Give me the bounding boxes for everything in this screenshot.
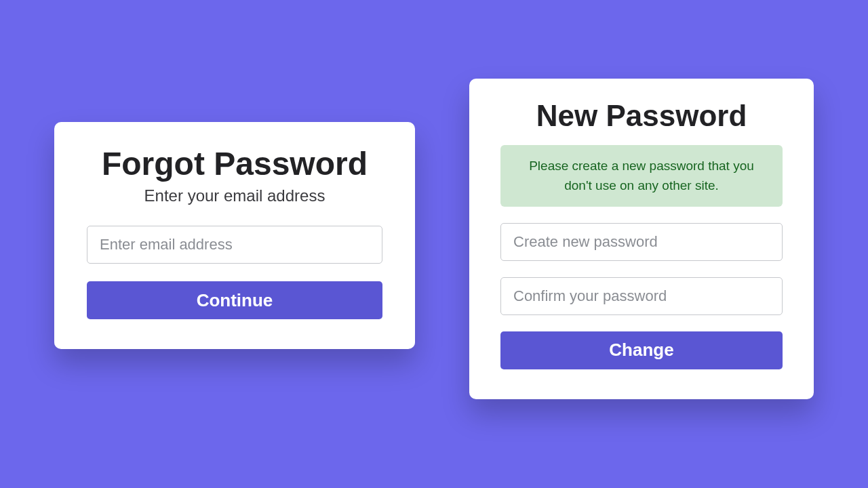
- forgot-password-card: Forgot Password Enter your email address…: [54, 122, 415, 349]
- confirm-password-field[interactable]: [500, 277, 783, 315]
- forgot-password-title: Forgot Password: [87, 145, 382, 182]
- forgot-password-subtitle: Enter your email address: [87, 186, 382, 205]
- email-field[interactable]: [87, 226, 382, 264]
- password-guidance-banner: Please create a new password that you do…: [500, 145, 783, 207]
- new-password-title: New Password: [500, 99, 783, 133]
- continue-button[interactable]: Continue: [87, 281, 382, 319]
- change-button[interactable]: Change: [500, 331, 783, 369]
- new-password-card: New Password Please create a new passwor…: [469, 79, 814, 399]
- new-password-field[interactable]: [500, 223, 783, 261]
